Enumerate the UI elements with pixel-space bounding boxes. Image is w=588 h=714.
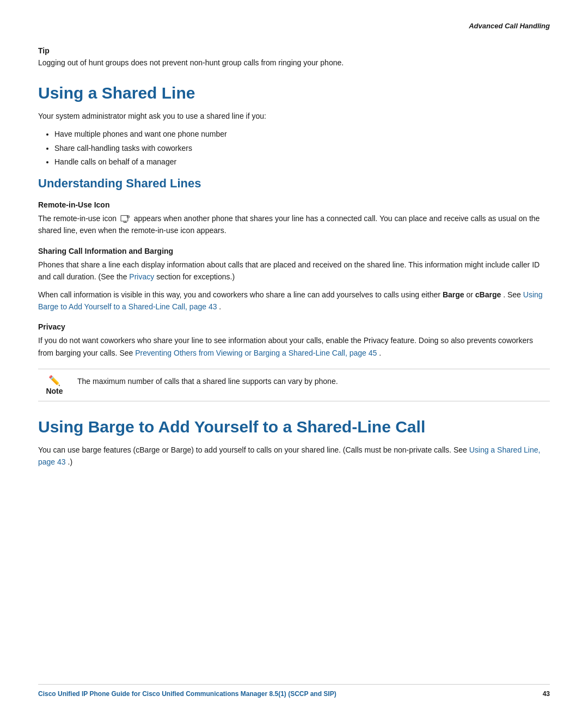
list-item: Have multiple phones and want one phone … <box>54 127 550 141</box>
note-text: The maximum number of calls that a share… <box>77 375 338 387</box>
section2-title: Understanding Shared Lines <box>38 176 550 191</box>
section3-text2: .) <box>68 457 73 466</box>
sharing-call-text2b: . See <box>503 290 521 299</box>
list-item: Handle calls on behalf of a manager <box>54 155 550 169</box>
section1-intro: Your system administrator might ask you … <box>38 110 550 122</box>
barge-bold: Barge <box>443 290 464 299</box>
sharing-call-text2c: . <box>219 302 221 311</box>
footer-text: Cisco Unified IP Phone Guide for Cisco U… <box>38 690 336 698</box>
page-header: Advanced Call Handling <box>38 22 550 30</box>
tip-section: Tip Logging out of hunt groups does not … <box>38 46 550 69</box>
note-label: Note <box>46 387 63 395</box>
list-item: Share call-handling tasks with coworkers <box>54 142 550 155</box>
sharing-call-text1: Phones that share a line each display in… <box>38 259 550 283</box>
page-container: Advanced Call Handling Tip Logging out o… <box>0 0 588 714</box>
section3-text: You can use barge features (cBarge or Ba… <box>38 444 550 468</box>
remote-in-use-icon <box>120 215 131 223</box>
section1: Using a Shared Line Your system administ… <box>38 84 550 169</box>
tip-label: Tip <box>38 46 550 55</box>
note-icon-area: ✏️ Note <box>38 375 71 395</box>
privacy-text: If you do not want coworkers who share y… <box>38 334 550 359</box>
privacy-text2: . <box>379 349 381 357</box>
note-box: ✏️ Note The maximum number of calls that… <box>38 369 550 401</box>
sharing-call-label: Sharing Call Information and Barging <box>38 247 550 255</box>
sharing-call-text1a: Phones that share a line each display in… <box>38 260 540 281</box>
privacy-label: Privacy <box>38 322 550 331</box>
remote-in-use-text: The remote-in-use icon appears when anot… <box>38 212 550 237</box>
section3: Using Barge to Add Yourself to a Shared-… <box>38 418 550 468</box>
cbarge-bold: cBarge <box>475 290 501 299</box>
remote-in-use-text1: The remote-in-use icon <box>38 214 117 223</box>
pencil-icon: ✏️ <box>48 375 60 387</box>
page-footer: Cisco Unified IP Phone Guide for Cisco U… <box>38 684 550 698</box>
section1-title: Using a Shared Line <box>38 84 550 102</box>
remote-in-use-label: Remote-in-Use Icon <box>38 200 550 209</box>
sharing-call-text1b: section for exceptions.) <box>156 272 235 281</box>
or-text: or <box>466 290 473 299</box>
privacy-link[interactable]: Privacy <box>129 272 154 281</box>
section3-title: Using Barge to Add Yourself to a Shared-… <box>38 418 550 436</box>
sharing-call-text2: When call information is visible in this… <box>38 289 550 313</box>
preventing-others-link[interactable]: Preventing Others from Viewing or Bargin… <box>135 349 377 357</box>
section3-text1: You can use barge features (cBarge or Ba… <box>38 446 467 454</box>
footer-page: 43 <box>543 690 550 698</box>
section1-bullets: Have multiple phones and want one phone … <box>54 127 550 169</box>
section2: Understanding Shared Lines Remote-in-Use… <box>38 176 550 401</box>
header-title: Advanced Call Handling <box>469 22 550 30</box>
tip-text: Logging out of hunt groups does not prev… <box>38 57 550 69</box>
sharing-call-text2a: When call information is visible in this… <box>38 290 440 299</box>
